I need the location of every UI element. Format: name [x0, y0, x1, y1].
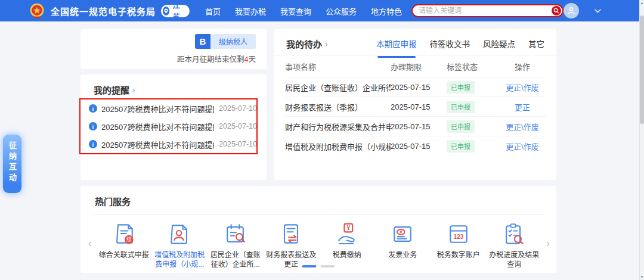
tab-other[interactable]: 其它	[528, 38, 544, 51]
service-label: 税费缴纳	[333, 250, 361, 260]
service-resident-enterprise-income-tax[interactable]: 居民企业（查账征收）企业所...	[209, 221, 262, 269]
reminder-text: 202507跨税费种比对不符问题提醒20...	[101, 139, 214, 150]
info-icon	[89, 140, 97, 148]
search-button[interactable]	[552, 6, 561, 15]
my-todo-title[interactable]: 我的待办	[286, 38, 322, 50]
service-vat-surcharge-declaration[interactable]: 增值税及附加税费申报（小规...	[153, 221, 206, 269]
hot-services-header: 热门服务	[80, 186, 556, 207]
reminder-date: 2025-07-10	[219, 140, 257, 148]
chevron-right-icon	[325, 39, 328, 49]
todo-item-name: 财产和行为税税源采集及合并申报	[285, 121, 391, 132]
service-digital-tax-account[interactable]: 123 税务数字账户	[432, 221, 485, 269]
service-label: 办税进度及结果查询	[487, 250, 541, 269]
document-person-icon	[166, 221, 193, 247]
nav-item-local-feature[interactable]: 地方特色	[371, 5, 402, 17]
reminder-list: 202507跨税费种比对不符问题提醒20... 2025-07-10 20250…	[80, 99, 267, 153]
calendar-search-icon	[222, 221, 249, 247]
my-reminders-header[interactable]: 我的提醒	[80, 74, 267, 99]
pagination-dash[interactable]	[321, 265, 335, 267]
todo-table: 事项名称 办理期限 标签状态 操作 居民企业（查账征收）企业所得税月（... 2…	[274, 55, 556, 155]
main-nav: 首页 我要办税 我要查询 公众服务 地方特色	[205, 5, 402, 17]
status-badge: 已申报	[447, 140, 475, 153]
region-selector[interactable]: 江苏	[161, 5, 190, 17]
pagination-dash-active[interactable]	[302, 265, 317, 267]
carousel-pagination	[302, 265, 335, 267]
region-label: 江苏	[172, 0, 184, 22]
search-box[interactable]	[411, 4, 564, 17]
action-link[interactable]: 更正\作废	[506, 123, 539, 132]
interaction-side-tab[interactable]: 征纳互动	[3, 135, 21, 193]
service-label: 居民企业（查账征收）企业所...	[209, 250, 262, 269]
table-row: 增值税及附加税费申报（小规模纳税人） 2025-07-15 已申报 更正\作废	[285, 136, 546, 155]
scrollbar[interactable]	[639, 0, 644, 280]
service-invoice-business[interactable]: 发票业务	[376, 221, 429, 269]
table-row: 财务报表报送（季报） 2025-07-15 已申报 更正	[285, 97, 546, 116]
action-link[interactable]: 更正\作废	[506, 83, 539, 92]
carousel-right-arrow-icon[interactable]	[542, 237, 554, 250]
status-badge: 已申报	[447, 101, 475, 113]
taxpayer-grade-card: B 级纳税人 距本月征期结束仅剩4天	[80, 29, 267, 69]
scrollbar-down-arrow-icon[interactable]	[640, 275, 644, 279]
svg-text:综: 综	[126, 236, 132, 242]
my-todo-card: 我的待办 本期应申报 待签收文书 风险疑点 其它 事项名称 办理期限 标签状态 …	[274, 29, 556, 180]
svg-text:123: 123	[453, 234, 463, 240]
taxpayer-grade-badge[interactable]: B 级纳税人	[195, 34, 256, 49]
service-tax-progress-query[interactable]: 办税进度及结果查询	[487, 221, 541, 269]
tab-documents-to-sign[interactable]: 待签收文书	[430, 38, 470, 51]
nav-item-home[interactable]: 首页	[205, 5, 221, 17]
service-label: 综合关联式申报	[99, 250, 149, 260]
interaction-side-tab-label: 征纳互动	[7, 141, 18, 184]
service-label: 增值税及附加税费申报（小规...	[153, 250, 206, 269]
checklist-search-icon	[501, 221, 527, 247]
hot-services-items: 综 综合关联式申报 增值税及附加税费申报（小规...	[96, 221, 542, 269]
action-link[interactable]: 更正	[515, 103, 530, 112]
service-label: 税务数字账户	[437, 250, 480, 260]
scrollbar-thumb[interactable]	[640, 15, 644, 124]
reminder-date: 2025-07-10	[219, 122, 257, 130]
digital-account-icon: 123	[445, 221, 472, 247]
invoice-eye-icon	[389, 221, 416, 247]
brand: 全国统一规范电子税务局 江苏	[29, 2, 190, 19]
service-tax-payment[interactable]: ¥ 税费缴纳	[320, 221, 374, 269]
avatar[interactable]	[564, 3, 579, 18]
service-comprehensive-declaration[interactable]: 综 综合关联式申报	[97, 221, 151, 269]
table-row: 财产和行为税税源采集及合并申报 2025-07-15 已申报 更正\作废	[285, 116, 546, 136]
user-icon	[566, 6, 576, 15]
search-input[interactable]	[419, 7, 552, 15]
nav-item-do-tax[interactable]: 我要办税	[235, 5, 266, 17]
hot-services-title: 热门服务	[95, 195, 131, 207]
column-action: 操作	[499, 61, 546, 72]
todo-item-name: 财务报表报送（季报）	[285, 101, 391, 113]
reminder-item[interactable]: 202507跨税费种比对不符问题提醒20... 2025-07-10	[80, 99, 267, 117]
chevron-right-icon	[132, 85, 135, 95]
status-badge: 已申报	[447, 81, 475, 94]
chevron-down-icon[interactable]	[595, 9, 601, 13]
tab-risk-doubts[interactable]: 风险疑点	[483, 38, 515, 51]
tab-current-declaration[interactable]: 本期应申报	[376, 38, 417, 51]
document-transfer-icon	[278, 221, 304, 247]
my-todo-header: 我的待办 本期应申报 待签收文书 风险疑点 其它	[274, 29, 556, 55]
column-deadline: 办理期限	[391, 61, 447, 72]
column-item-name: 事项名称	[285, 61, 391, 72]
carousel-left-arrow-icon[interactable]	[84, 237, 96, 250]
todo-item-name: 居民企业（查账征收）企业所得税月（...	[285, 82, 391, 93]
todo-item-name: 增值税及附加税费申报（小规模纳税人）	[285, 141, 391, 152]
levy-period-countdown: 距本月征期结束仅剩4天	[177, 53, 256, 64]
grade-letter: B	[195, 34, 210, 49]
action-link[interactable]: 更正\作废	[506, 142, 539, 151]
reminder-item[interactable]: 202507跨税费种比对不符问题提醒20... 2025-07-10	[80, 117, 267, 135]
info-icon	[89, 122, 97, 130]
hot-services-carousel: 综 综合关联式申报 增值税及附加税费申报（小规...	[80, 214, 556, 269]
column-status: 标签状态	[447, 61, 499, 72]
top-navbar: 全国统一规范电子税务局 江苏 首页 我要办税 我要查询 公众服务 地方特色	[0, 0, 644, 21]
reminder-item[interactable]: 202507跨税费种比对不符问题提醒20... 2025-07-10	[80, 135, 267, 153]
nav-item-public-service[interactable]: 公众服务	[326, 5, 357, 17]
hot-services-card: 热门服务 综 综合关联式申报	[80, 186, 556, 273]
service-financial-report-submission[interactable]: 财务报表报送及更正	[264, 221, 318, 269]
grade-suffix-label: 级纳税人	[210, 34, 256, 49]
nav-item-query[interactable]: 我要查询	[280, 5, 311, 17]
scrollbar-up-arrow-icon[interactable]	[640, 1, 644, 5]
todo-deadline: 2025-07-15	[391, 102, 447, 111]
todo-tabs: 本期应申报 待签收文书 风险疑点 其它	[376, 38, 544, 51]
todo-deadline: 2025-07-15	[391, 142, 447, 151]
